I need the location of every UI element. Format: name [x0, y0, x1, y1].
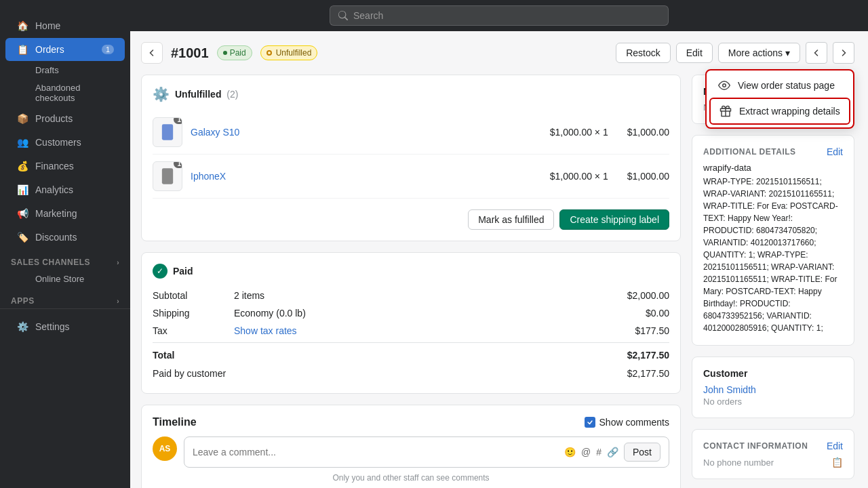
additional-details-edit-link[interactable]: Edit	[827, 146, 843, 157]
emoji-icon[interactable]: 🙂	[564, 447, 576, 458]
nav-item-products[interactable]: 📦 Products	[5, 107, 125, 130]
contact-title: CONTACT INFORMATION	[703, 441, 808, 451]
nav-item-analytics[interactable]: 📊 Analytics	[5, 178, 125, 201]
nav-item-marketing[interactable]: 📢 Marketing	[5, 202, 125, 225]
avatar-initials: AS	[159, 444, 171, 453]
customer-name-link[interactable]: John Smidth	[703, 384, 843, 395]
edit-button[interactable]: Edit	[676, 43, 713, 63]
timeline-card: Timeline Show comments AS	[141, 405, 681, 488]
analytics-icon: 📊	[16, 184, 28, 196]
nav-label-orders: Orders	[35, 44, 64, 55]
sales-channels-label: Sales channels	[11, 258, 90, 267]
create-shipping-button[interactable]: Create shipping label	[559, 209, 669, 230]
dropdown-view-order[interactable]: View order status page	[709, 73, 850, 98]
galaxy-s10-link[interactable]: Galaxy S10	[191, 127, 542, 138]
hashtag-icon[interactable]: #	[596, 447, 601, 458]
restock-button[interactable]: Restock	[616, 43, 671, 63]
finances-icon: 💰	[16, 160, 28, 172]
comment-input[interactable]	[193, 447, 559, 458]
online-store-label: Online Store	[35, 274, 84, 284]
spinner-icon: ⚙️	[153, 86, 170, 102]
subtotal-amount: $2,000.00	[627, 290, 669, 301]
contact-edit-link[interactable]: Edit	[827, 441, 843, 451]
tax-amount: $177.50	[635, 325, 669, 336]
eye-icon	[717, 79, 731, 92]
orders-icon: 📋	[16, 43, 28, 56]
shipping-value: Economy (0.0 lb)	[234, 308, 646, 319]
paid-badge: Paid	[217, 45, 252, 60]
orders-badge: 1	[102, 45, 114, 54]
paid-by-label: Paid by customer	[153, 368, 234, 379]
gift-icon	[719, 104, 732, 118]
extract-wrapping-label: Extract wrapping details	[739, 106, 840, 117]
nav-label-analytics: Analytics	[35, 184, 73, 195]
nav-item-discounts[interactable]: 🏷️ Discounts	[5, 226, 125, 249]
mark-fulfilled-button[interactable]: Mark as fulfilled	[468, 209, 554, 230]
header-actions: Restock Edit More actions ▾ View orde	[616, 42, 854, 64]
comment-toolbar: 🙂 @ # 🔗	[564, 447, 618, 458]
galaxy-s10-image: 1	[153, 117, 182, 147]
drafts-label: Drafts	[35, 65, 59, 75]
mention-icon[interactable]: @	[581, 447, 591, 458]
clipboard-icon[interactable]: 📋	[831, 457, 843, 468]
nav-sub-item-abandoned[interactable]: Abandoned checkouts	[5, 79, 125, 106]
customer-section-title: Customer	[703, 368, 747, 379]
apps-label: Apps	[11, 296, 35, 306]
phone-icon-iphone	[158, 167, 177, 186]
show-comments-toggle[interactable]: Show comments	[585, 417, 669, 428]
unfulfilled-dot	[267, 50, 272, 56]
no-phone-text: No phone number	[703, 458, 774, 468]
svg-point-0	[723, 84, 726, 87]
total-row: Total $2,177.50	[153, 342, 669, 364]
order-number: #1001	[171, 45, 209, 61]
nav-label-marketing: Marketing	[35, 208, 77, 219]
check-icon	[587, 419, 593, 426]
nav-sub-item-drafts[interactable]: Drafts	[5, 62, 125, 79]
wrapify-data: WRAP-TYPE: 20215101156511; WRAP-VARIANT:…	[703, 176, 843, 334]
nav-item-finances[interactable]: 💰 Finances	[5, 155, 125, 178]
next-order-button[interactable]	[833, 42, 854, 64]
iphone-x-image: 1	[153, 161, 182, 191]
nav-item-home[interactable]: 🏠 Home	[5, 14, 125, 37]
abandoned-label: Abandoned checkouts	[35, 83, 114, 103]
nav-item-online-store[interactable]: Online Store	[5, 270, 125, 287]
iphone-x-link[interactable]: IphoneX	[191, 171, 542, 182]
comment-area: AS 🙂 @ # 🔗 Post	[153, 436, 669, 468]
galaxy-qty-badge: 1	[174, 117, 182, 124]
timeline-footer: Only you and other staff can see comment…	[153, 473, 669, 483]
view-order-label: View order status page	[738, 80, 835, 91]
paid-check-icon: ✓	[153, 264, 167, 279]
shipping-row: Shipping Economy (0.0 lb) $0.00	[153, 304, 669, 322]
prev-order-button[interactable]	[806, 42, 827, 64]
additional-details-card: ADDITIONAL DETAILS Edit wrapify-data WRA…	[692, 135, 854, 346]
subtotal-row: Subtotal 2 items $2,000.00	[153, 287, 669, 304]
sales-channels-section: Sales channels ›	[0, 249, 130, 270]
attachment-icon[interactable]: 🔗	[607, 447, 618, 458]
subtotal-items: 2 items	[234, 290, 627, 301]
back-button[interactable]	[141, 42, 163, 64]
store-logo	[0, 0, 130, 14]
apps-section: Apps ›	[0, 288, 130, 308]
unfulfilled-count: (2)	[226, 89, 238, 100]
back-icon	[149, 49, 155, 56]
galaxy-total: $1,000.00	[627, 127, 669, 138]
more-actions-button[interactable]: More actions ▾	[718, 43, 800, 63]
iphone-total: $1,000.00	[627, 171, 669, 182]
nav-item-settings[interactable]: ⚙️ Settings	[5, 315, 125, 338]
shipping-amount: $0.00	[646, 308, 669, 319]
order-item-iphone: 1 IphoneX $1,000.00 × 1 $1,000.00	[153, 155, 669, 199]
show-comments-checkbox[interactable]	[585, 417, 595, 428]
nav-item-orders[interactable]: 📋 Orders 1	[5, 38, 125, 61]
additional-details-title: ADDITIONAL DETAILS	[703, 147, 796, 157]
show-tax-rates-link[interactable]: Show tax rates	[234, 325, 635, 336]
dropdown-extract-wrapping[interactable]: Extract wrapping details	[709, 98, 850, 125]
chevron-down-icon: ▾	[785, 47, 790, 58]
comment-input-wrapper[interactable]: 🙂 @ # 🔗 Post	[184, 436, 669, 468]
sales-channels-expand-icon: ›	[117, 259, 119, 266]
nav-item-customers[interactable]: 👥 Customers	[5, 131, 125, 154]
top-bar: Search	[130, 0, 868, 31]
nav-label-customers: Customers	[35, 137, 81, 148]
svg-rect-3	[162, 124, 173, 140]
post-button[interactable]: Post	[624, 443, 660, 462]
search-bar[interactable]: Search	[330, 5, 669, 26]
